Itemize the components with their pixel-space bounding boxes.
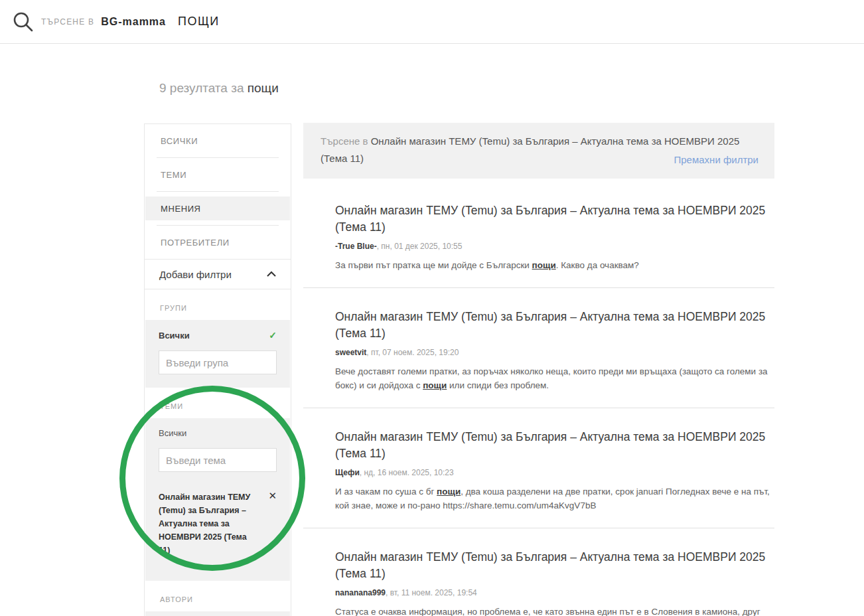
- result-author[interactable]: nananana999: [335, 588, 386, 597]
- result-item: Онлайн магазин ТЕМУ (Temu) за България –…: [303, 408, 774, 528]
- tab-users[interactable]: ПОТРЕБИТЕЛИ: [145, 230, 290, 254]
- search-results-page: ТЪРСЕНЕ В BG-mamma ПОЩИ 9 резултата за п…: [0, 0, 864, 616]
- topics-section-label: ТЕМИ: [160, 402, 291, 410]
- tab-all[interactable]: ВСИЧКИ: [145, 129, 290, 153]
- filters-sidebar: ВСИЧКИ ТЕМИ МНЕНИЯ ПОТРЕБИТЕЛИ Добави фи…: [144, 123, 291, 616]
- add-filters-label: Добави филтри: [159, 269, 232, 280]
- result-title-link[interactable]: Онлайн магазин ТЕМУ (Temu) за България –…: [335, 309, 774, 342]
- result-item: Онлайн магазин ТЕМУ (Temu) за България –…: [303, 288, 774, 408]
- snippet-highlight: пощи: [423, 380, 447, 390]
- snippet-text: Статуса е очаква информация, но проблема…: [335, 607, 764, 616]
- snippet-text: или спиди без проблем.: [447, 380, 549, 390]
- top-search-bar: ТЪРСЕНЕ В BG-mamma ПОЩИ: [0, 0, 864, 44]
- snippet-text: И аз чакам по суша с бг: [335, 487, 437, 497]
- groups-filter-box: Всички ✓: [145, 320, 290, 388]
- groups-all-option[interactable]: Всички ✓: [159, 330, 277, 341]
- search-icon[interactable]: [12, 11, 35, 33]
- result-author[interactable]: Щефи: [335, 468, 360, 477]
- topics-all-option[interactable]: Всички: [159, 428, 277, 438]
- result-date: , пт, 07 ноем. 2025, 19:20: [366, 348, 459, 357]
- result-author[interactable]: sweetvit: [335, 348, 366, 357]
- result-snippet: Вече доставят големи пратки, аз поръчах …: [335, 364, 774, 392]
- checkmark-icon: ✓: [269, 330, 277, 341]
- topics-all-label: Всички: [159, 428, 186, 438]
- remove-filters-link[interactable]: Премахни филтри: [668, 151, 758, 169]
- result-author[interactable]: -True Blue-: [335, 242, 377, 251]
- result-date: , нд, 16 ноем. 2025, 10:23: [360, 468, 454, 477]
- result-date: , пн, 01 дек 2025, 10:55: [377, 242, 463, 251]
- groups-section-label: ГРУПИ: [160, 304, 291, 312]
- snippet-text: Вече доставят големи пратки, аз поръчах …: [335, 366, 768, 390]
- results-summary: 9 резултата за пощи: [159, 81, 279, 96]
- topic-search-input[interactable]: [159, 448, 277, 472]
- result-date: , вт, 11 ноем. 2025, 19:54: [386, 588, 477, 597]
- divider: [157, 225, 279, 226]
- snippet-text: За първи път пратка ще ми дойде с Българ…: [335, 260, 532, 270]
- selected-topic-filter: Онлайн магазин ТЕМУ (Temu) за България –…: [159, 491, 277, 557]
- result-meta: sweetvit, пт, 07 ноем. 2025, 19:20: [335, 348, 774, 357]
- result-title-link[interactable]: Онлайн магазин ТЕМУ (Temu) за България –…: [335, 429, 774, 462]
- result-title-link[interactable]: Онлайн магазин ТЕМУ (Temu) за България –…: [335, 202, 774, 236]
- filter-notice-prefix: Търсене в: [321, 135, 371, 147]
- selected-topic-title: Онлайн магазин ТЕМУ (Temu) за България –…: [159, 491, 259, 557]
- result-meta: nananana999, вт, 11 ноем. 2025, 19:54: [335, 588, 774, 597]
- authors-filter-box: Всички ✓: [145, 611, 290, 616]
- tab-posts[interactable]: МНЕНИЯ: [145, 196, 290, 220]
- result-title-link[interactable]: Онлайн магазин ТЕМУ (Temu) за България –…: [335, 549, 774, 582]
- result-snippet: За първи път пратка ще ми дойде с Българ…: [335, 258, 774, 272]
- search-query-text[interactable]: ПОЩИ: [178, 15, 220, 29]
- result-item: Онлайн магазин ТЕМУ (Temu) за България –…: [303, 182, 774, 288]
- divider: [157, 157, 279, 158]
- results-query: пощи: [248, 81, 279, 95]
- topics-filter-box: Всички Онлайн магазин ТЕМУ (Temu) за Бъл…: [145, 418, 290, 581]
- snippet-highlight: пощи: [532, 260, 556, 270]
- result-meta: Щефи, нд, 16 ноем. 2025, 10:23: [335, 468, 774, 477]
- add-filters-toggle[interactable]: Добави филтри: [145, 259, 291, 289]
- snippet-highlight: пощи: [437, 487, 461, 497]
- group-search-input[interactable]: [159, 350, 277, 374]
- chevron-up-icon: [267, 271, 276, 277]
- results-area: Търсене в Онлайн магазин ТЕМУ (Temu) за …: [303, 123, 774, 616]
- result-item: Онлайн магазин ТЕМУ (Temu) за България –…: [303, 528, 774, 616]
- result-snippet: И аз чакам по суша с бг пощи, два коша р…: [335, 485, 774, 512]
- result-snippet: Статуса е очаква информация, но проблема…: [335, 605, 774, 616]
- tab-topics[interactable]: ТЕМИ: [145, 163, 290, 187]
- result-meta: -True Blue-, пн, 01 дек 2025, 10:55: [335, 242, 774, 251]
- search-scope-label: ТЪРСЕНЕ В: [41, 17, 94, 27]
- authors-section-label: АВТОРИ: [160, 595, 291, 603]
- snippet-text: . Какво да очаквам?: [556, 260, 639, 270]
- bgmamma-logo[interactable]: BG-mamma: [101, 16, 166, 28]
- results-count-text: 9 резултата за: [159, 81, 248, 95]
- groups-all-label: Всички: [159, 331, 190, 341]
- active-filter-notice: Търсене в Онлайн магазин ТЕМУ (Temu) за …: [303, 123, 774, 179]
- results-list: Онлайн магазин ТЕМУ (Temu) за България –…: [303, 182, 774, 616]
- divider: [157, 191, 279, 192]
- remove-topic-icon[interactable]: ✕: [268, 491, 277, 557]
